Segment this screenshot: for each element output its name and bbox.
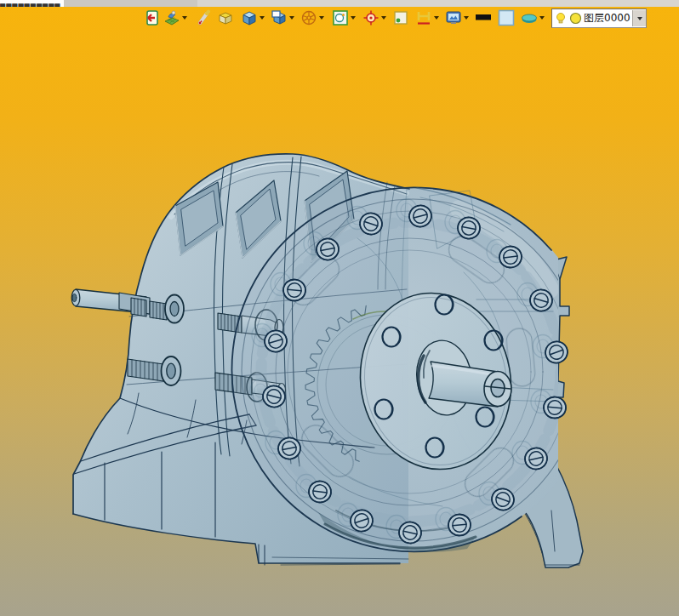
cad-model-3d[interactable] [71,154,596,568]
cad-viewport[interactable] [0,0,679,616]
application-window: ▄▄▄▄▄▄▄▄▄▄ [0,0,679,616]
